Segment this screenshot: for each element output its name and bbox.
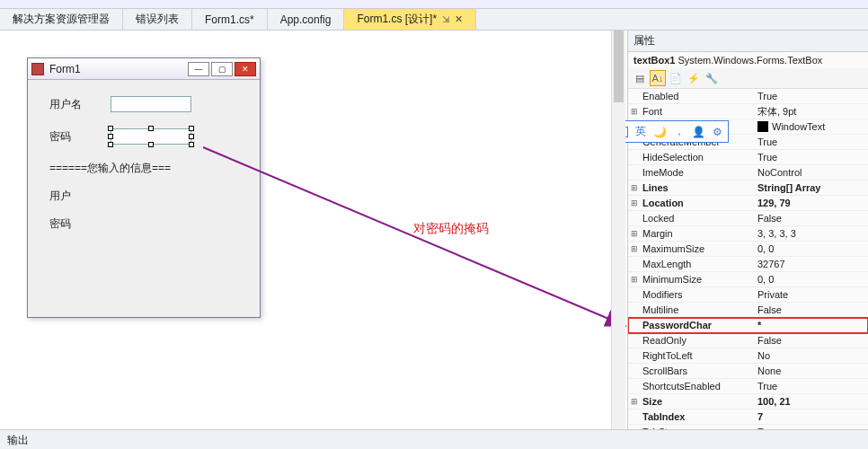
label-info: ======您输入的信息=== (49, 161, 238, 176)
prop-value[interactable]: 129, 79 (754, 198, 868, 208)
prop-row-hideselection[interactable]: HideSelectionTrue (628, 150, 868, 165)
scrollbar-thumb[interactable] (614, 31, 624, 102)
prop-row-passwordchar[interactable]: PasswordChar* (628, 318, 868, 333)
prop-value[interactable]: False (754, 335, 868, 346)
tab-1[interactable]: 错误列表 (123, 9, 192, 30)
prop-value[interactable]: True (754, 152, 868, 163)
prop-row-font[interactable]: ⊞Font宋体, 9pt (628, 104, 868, 119)
prop-value[interactable]: 3, 3, 3, 3 (754, 228, 868, 239)
prop-row-multiline[interactable]: MultilineFalse (628, 303, 868, 318)
prop-row-scrollbars[interactable]: ScrollBarsNone (628, 364, 868, 379)
textbox-password[interactable] (111, 128, 191, 145)
tab-label: App.config (280, 13, 332, 26)
close-icon[interactable]: ✕ (455, 13, 463, 25)
prop-name: Size (641, 396, 754, 407)
annotation-text: 对密码的掩码 (413, 221, 489, 237)
prop-value[interactable]: True (754, 381, 868, 392)
prop-value[interactable]: NoControl (754, 167, 868, 178)
tab-0[interactable]: 解决方案资源管理器 (0, 9, 123, 30)
expand-icon[interactable]: ⊞ (628, 107, 641, 116)
prop-value[interactable]: True (754, 91, 868, 101)
prop-value[interactable]: 100, 21 (754, 396, 868, 407)
prop-value[interactable]: False (754, 213, 868, 224)
prop-value[interactable]: String[] Array (754, 182, 868, 193)
prop-value[interactable]: 0, 0 (754, 274, 868, 285)
prop-name: TabIndex (641, 411, 754, 422)
prop-value[interactable]: 32767 (754, 259, 868, 269)
prop-name: Multiline (641, 304, 754, 315)
comma-icon[interactable]: ， (674, 124, 685, 139)
prop-value[interactable]: True (754, 427, 868, 429)
prop-value[interactable]: 7 (754, 411, 868, 422)
prop-value[interactable]: None (754, 365, 868, 376)
expand-icon[interactable]: ⊞ (628, 397, 641, 406)
expand-icon[interactable]: ⊞ (628, 244, 641, 253)
prop-row-righttoleft[interactable]: RightToLeftNo (628, 348, 868, 364)
prop-name: Locked (641, 213, 754, 224)
label-password: 密码 (49, 129, 94, 145)
design-scrollbar[interactable] (611, 31, 625, 429)
categorize-icon[interactable]: ▤ (632, 70, 648, 86)
prop-name: ScrollBars (641, 365, 754, 376)
prop-value[interactable]: True (754, 136, 868, 147)
prop-row-enabled[interactable]: EnabledTrue (628, 89, 868, 104)
expand-icon[interactable]: ⊞ (628, 229, 641, 238)
prop-name: Font (641, 106, 754, 117)
maximize-button[interactable]: ▢ (211, 62, 233, 76)
prop-row-tabindex[interactable]: TabIndex7 (628, 409, 868, 425)
prop-row-shortcutsenabled[interactable]: ShortcutsEnabledTrue (628, 379, 868, 394)
ime-lang[interactable]: 英 (635, 124, 646, 139)
form-designer[interactable]: Form1 — ▢ ✕ 用户名 密码 ======您 (27, 57, 261, 318)
props-page-icon[interactable]: 📄 (668, 70, 684, 86)
prop-name: Enabled (641, 91, 754, 101)
properties-object[interactable]: textBox1 System.Windows.Forms.TextBox (628, 52, 868, 68)
tab-strip: 解决方案资源管理器错误列表Form1.cs*App.configForm1.cs… (0, 9, 868, 31)
prop-row-modifiers[interactable]: ModifiersPrivate (628, 287, 868, 303)
moon-icon[interactable]: 🌙 (653, 126, 667, 138)
prop-value[interactable]: False (754, 304, 868, 315)
tab-label: 解决方案资源管理器 (13, 12, 110, 27)
label-pwd: 密码 (49, 216, 238, 232)
properties-panel: 属性 textBox1 System.Windows.Forms.TextBox… (627, 31, 868, 429)
expand-icon[interactable]: ⊞ (628, 198, 641, 207)
alpha-sort-icon[interactable]: A↓ (650, 70, 666, 86)
pin-icon[interactable]: ⇲ (442, 14, 449, 24)
design-surface[interactable]: Form1 — ▢ ✕ 用户名 密码 ======您 (0, 31, 627, 429)
prop-value[interactable]: No (754, 350, 868, 361)
output-panel-title[interactable]: 输出 (0, 429, 868, 449)
form-titlebar: Form1 — ▢ ✕ (28, 58, 260, 80)
prop-value[interactable]: Private (754, 289, 868, 300)
prop-name: HideSelection (641, 152, 754, 163)
expand-icon[interactable]: ⊞ (628, 275, 641, 284)
wrench-icon[interactable]: 🔧 (704, 70, 720, 86)
events-icon[interactable]: ⚡ (686, 70, 702, 86)
tab-label: 错误列表 (136, 12, 179, 27)
textbox-username[interactable] (111, 96, 191, 112)
minimize-button[interactable]: — (188, 62, 209, 76)
prop-row-maxlength[interactable]: MaxLength32767 (628, 257, 868, 272)
prop-row-location[interactable]: ⊞Location129, 79 (628, 196, 868, 211)
prop-value[interactable]: 0, 0 (754, 243, 868, 254)
prop-row-imemode[interactable]: ImeModeNoControl (628, 165, 868, 180)
prop-row-maximumsize[interactable]: ⊞MaximumSize0, 0 (628, 242, 868, 257)
prop-row-size[interactable]: ⊞Size100, 21 (628, 394, 868, 409)
gear-icon[interactable]: ⚙ (713, 126, 722, 138)
tab-2[interactable]: Form1.cs* (192, 9, 268, 30)
person-icon[interactable]: 👤 (692, 126, 705, 138)
ime-toolbar[interactable]: 英 🌙 ， 👤 ⚙ (611, 120, 729, 143)
form-icon (31, 63, 44, 75)
tab-3[interactable]: App.config (268, 9, 345, 30)
close-button[interactable]: ✕ (235, 62, 256, 76)
prop-name: MinimumSize (641, 274, 754, 285)
prop-row-readonly[interactable]: ReadOnlyFalse (628, 333, 868, 348)
prop-row-margin[interactable]: ⊞Margin3, 3, 3, 3 (628, 226, 868, 242)
prop-row-tabstop[interactable]: TabStopTrue (628, 425, 868, 429)
tab-4[interactable]: Form1.cs [设计]*⇲✕ (344, 9, 476, 30)
prop-value[interactable]: * (754, 320, 868, 330)
expand-icon[interactable]: ⊞ (628, 183, 641, 192)
prop-value[interactable]: WindowText (754, 121, 868, 132)
prop-row-lines[interactable]: ⊞LinesString[] Array (628, 180, 868, 196)
prop-row-minimumsize[interactable]: ⊞MinimumSize0, 0 (628, 272, 868, 287)
prop-value[interactable]: 宋体, 9pt (754, 105, 868, 119)
prop-row-locked[interactable]: LockedFalse (628, 211, 868, 226)
